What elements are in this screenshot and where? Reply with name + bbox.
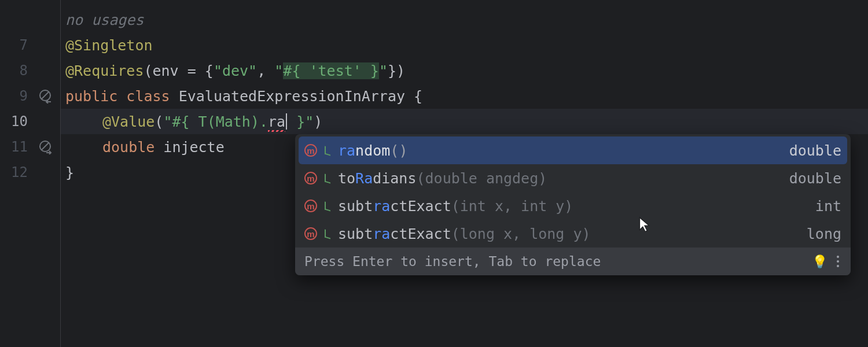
code-line-7[interactable]: @Singleton — [61, 32, 868, 58]
completion-label: toRadians(double angdeg) — [338, 170, 784, 187]
completion-label: subtractExact(long x, long y) — [338, 226, 801, 242]
gutter-line[interactable]: 10 — [0, 109, 60, 134]
no-entry-right-icon — [38, 139, 53, 154]
completion-label: random() — [338, 142, 784, 159]
typed-text: ra — [268, 113, 285, 130]
completion-return-type: double — [789, 142, 841, 159]
method-icon: m — [304, 172, 317, 184]
annotation-singleton: @Singleton — [65, 37, 153, 54]
svg-line-1 — [42, 92, 49, 99]
completion-return-type: double — [789, 170, 841, 187]
expr-after: } — [288, 113, 305, 130]
kw-public: public — [65, 88, 126, 105]
gutter-line[interactable]: 8 — [0, 58, 60, 83]
svg-line-3 — [42, 143, 49, 150]
brace-close: } — [65, 164, 74, 181]
more-options-icon[interactable] — [834, 253, 841, 270]
gutter-line[interactable]: 7 — [0, 32, 60, 58]
visibility-icon — [323, 174, 332, 183]
quote-open: " — [163, 113, 172, 130]
gutter-line[interactable] — [0, 7, 60, 32]
paren-close: ) — [314, 113, 322, 130]
no-entry-left-icon — [38, 88, 53, 104]
method-icon: m — [304, 200, 317, 212]
expr-before: #{ T(Math). — [172, 113, 268, 130]
completion-return-type: long — [807, 226, 841, 242]
method-icon: m — [304, 227, 317, 240]
code-line-9[interactable]: public class EvaluatedExpressionInArray … — [61, 83, 868, 109]
completion-item[interactable]: mtoRadians(double angdeg)double — [295, 164, 851, 192]
kw-class: class — [126, 88, 178, 105]
paren-open: ( — [155, 113, 163, 130]
usage-hint: no usages — [65, 12, 144, 28]
kw-double: double — [102, 139, 163, 156]
quote-close: " — [305, 113, 314, 130]
gutter-line[interactable]: 11 — [0, 134, 60, 160]
paren-open: (env = { — [144, 62, 213, 79]
completion-item[interactable]: msubtractExact(long x, long y)long — [295, 220, 851, 248]
completion-footer: Press Enter to insert, Tab to replace💡 — [295, 248, 851, 275]
string-dev: "dev" — [214, 62, 257, 79]
annotation-requires: @Requires — [65, 62, 144, 79]
text-caret — [286, 113, 287, 130]
completion-item[interactable]: mrandom()double — [299, 136, 847, 164]
method-icon: m — [304, 144, 317, 157]
expression-highlight: #{ 'test' } — [283, 62, 379, 79]
quote-open: " — [274, 62, 283, 79]
code-line-8[interactable]: @Requires(env = {"dev", "#{ 'test' }"}) — [61, 58, 868, 83]
visibility-icon — [323, 201, 332, 211]
completion-hint: Press Enter to insert, Tab to replace — [304, 254, 601, 269]
paren-close: }) — [388, 62, 405, 79]
completion-label: subtractExact(int x, int y) — [338, 198, 810, 215]
quote-close: " — [379, 62, 388, 79]
completion-popup[interactable]: mrandom()doublemtoRadians(double angdeg)… — [295, 134, 851, 275]
identifier: injecte — [163, 139, 224, 156]
code-line-6[interactable]: no usages — [61, 7, 868, 32]
visibility-icon — [323, 229, 332, 238]
gutter-line[interactable]: 12 — [0, 160, 60, 185]
code-line-10[interactable]: @Value("#{ T(Math).ra }") — [61, 109, 868, 134]
completion-item[interactable]: msubtractExact(int x, int y)int — [295, 192, 851, 220]
lightbulb-icon[interactable]: 💡 — [812, 254, 827, 269]
class-name: EvaluatedExpressionInArray — [179, 88, 405, 105]
brace-open: { — [405, 88, 422, 105]
completion-return-type: int — [815, 198, 841, 215]
gutter-line[interactable]: 9 — [0, 83, 60, 109]
code-editor[interactable]: 789101112 no usages @Singleton @Requires… — [0, 0, 868, 347]
comma: , — [257, 62, 274, 79]
code-area[interactable]: no usages @Singleton @Requires(env = {"d… — [61, 0, 868, 347]
visibility-icon — [323, 146, 332, 155]
gutter: 789101112 — [0, 0, 61, 347]
annotation-value: @Value — [102, 113, 155, 130]
